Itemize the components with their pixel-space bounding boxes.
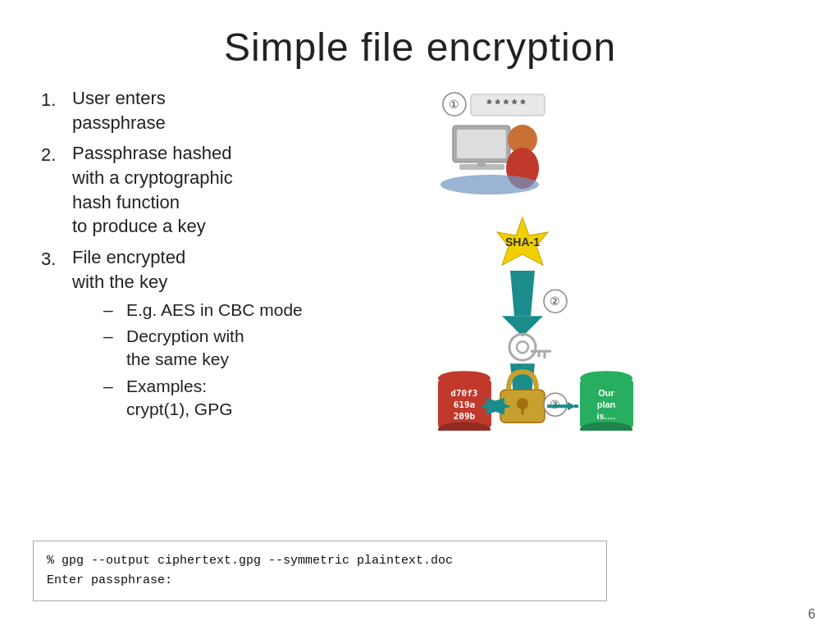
- svg-text:①: ①: [449, 98, 459, 111]
- svg-text:②: ②: [550, 294, 560, 308]
- sub-item-1: E.g. AES in CBC mode: [103, 299, 377, 322]
- main-list: User enterspassphrase Passphrase hashedw…: [41, 86, 377, 424]
- svg-text:SHA-1: SHA-1: [505, 235, 540, 249]
- svg-point-21: [517, 341, 528, 353]
- sub-item-2: Decryption withthe same key: [103, 325, 377, 372]
- sub-list: E.g. AES in CBC mode Decryption withthe …: [103, 299, 377, 422]
- svg-text:plan: plan: [597, 399, 616, 409]
- code-line-2: Enter passphrase:: [47, 573, 172, 587]
- slide: Simple file encryption User enterspassph…: [0, 0, 840, 630]
- svg-text:*****: *****: [486, 98, 528, 112]
- svg-marker-16: [510, 271, 535, 316]
- svg-point-33: [438, 371, 491, 386]
- slide-title: Simple file encryption: [33, 25, 807, 70]
- svg-point-10: [441, 175, 539, 194]
- svg-text:Our: Our: [598, 388, 614, 398]
- list-item-3: File encryptedwith the key E.g. AES in C…: [41, 245, 377, 424]
- svg-text:d70f3: d70f3: [450, 388, 477, 399]
- left-panel: User enterspassphrase Passphrase hashedw…: [33, 86, 377, 431]
- svg-text:is.…: is.…: [596, 411, 615, 421]
- content-area: User enterspassphrase Passphrase hashedw…: [33, 86, 807, 431]
- svg-point-46: [580, 371, 632, 386]
- sub-item-3: Examples:crypt(1), GPG: [103, 375, 377, 422]
- diagram-svg: ① ***** S: [377, 86, 807, 431]
- list-item-2: Passphrase hashedwith a cryptographichas…: [41, 141, 377, 239]
- page-number: 6: [808, 607, 815, 622]
- svg-rect-5: [457, 130, 506, 158]
- svg-point-28: [517, 398, 528, 409]
- svg-text:619a: 619a: [454, 399, 476, 410]
- svg-point-20: [509, 334, 536, 360]
- code-box: % gpg --output ciphertext.gpg --symmetri…: [33, 541, 607, 601]
- right-panel: ① ***** S: [377, 86, 807, 431]
- list-item-1: User enterspassphrase: [41, 86, 377, 135]
- svg-text:209b: 209b: [454, 411, 476, 422]
- code-line-1: % gpg --output ciphertext.gpg --symmetri…: [47, 554, 453, 568]
- svg-rect-7: [477, 162, 486, 167]
